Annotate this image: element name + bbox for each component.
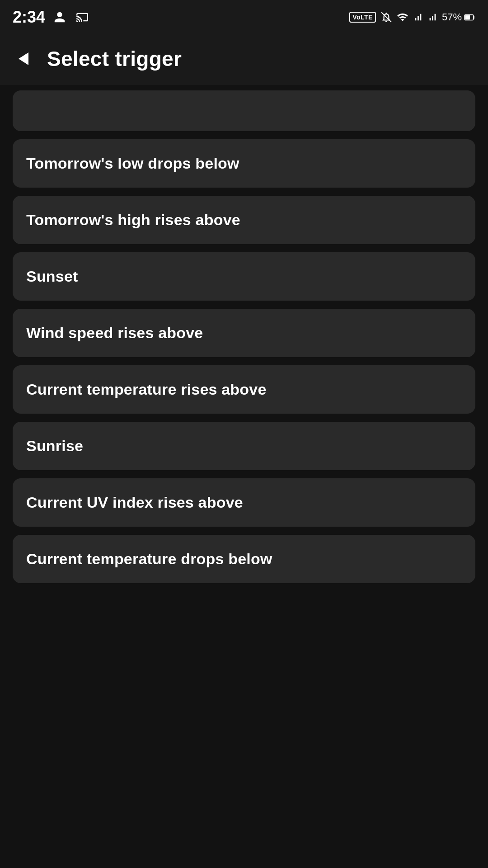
page-title: Select trigger xyxy=(47,47,182,71)
trigger-list: Tomorrow's low drops below Tomorrow's hi… xyxy=(0,85,488,596)
trigger-label: Current UV index rises above xyxy=(26,494,243,511)
battery-percentage: 57% xyxy=(442,11,462,23)
trigger-label: Wind speed rises above xyxy=(26,324,203,341)
signal-icon-1 xyxy=(413,11,423,23)
list-item[interactable]: Current UV index rises above xyxy=(13,478,475,527)
wifi-icon xyxy=(397,11,408,23)
trigger-label: Sunset xyxy=(26,268,78,285)
notification-mute-icon xyxy=(380,11,392,23)
trigger-label: Current temperature drops below xyxy=(26,550,272,567)
trigger-label: Current temperature rises above xyxy=(26,381,267,398)
header: Select trigger xyxy=(0,33,488,85)
trigger-label: Tomorrow's high rises above xyxy=(26,211,240,228)
trigger-label: Tomorrow's low drops below xyxy=(26,155,239,172)
list-item[interactable]: Tomorrow's low drops below xyxy=(13,139,475,188)
status-left: 2:34 xyxy=(13,8,90,27)
list-item[interactable]: Tomorrow's high rises above xyxy=(13,196,475,244)
cast-icon xyxy=(74,9,90,25)
battery-indicator: 57% xyxy=(442,11,475,23)
svg-rect-2 xyxy=(465,15,470,20)
list-item[interactable] xyxy=(13,90,475,131)
contact-icon xyxy=(52,9,68,25)
status-right: VoLTE 57% xyxy=(349,11,475,23)
trigger-label: Sunrise xyxy=(26,437,83,454)
list-item[interactable]: Current temperature rises above xyxy=(13,365,475,414)
volte-indicator: VoLTE xyxy=(349,12,376,23)
back-arrow-icon xyxy=(19,52,28,65)
list-item[interactable]: Wind speed rises above xyxy=(13,309,475,357)
list-item[interactable]: Sunrise xyxy=(13,422,475,470)
status-bar: 2:34 VoLTE xyxy=(0,0,488,33)
list-item[interactable]: Current temperature drops below xyxy=(13,535,475,583)
status-time: 2:34 xyxy=(13,8,45,27)
signal-icon-2 xyxy=(427,11,437,23)
list-item[interactable]: Sunset xyxy=(13,252,475,301)
back-button[interactable] xyxy=(11,46,36,71)
